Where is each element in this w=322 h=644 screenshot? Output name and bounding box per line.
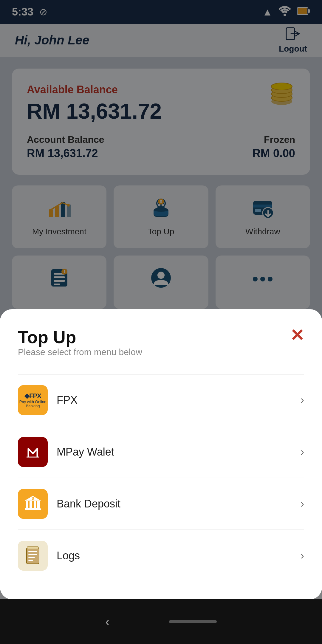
- modal-header: Top Up Please select from menu below ✕: [18, 327, 304, 369]
- close-icon: ✕: [290, 326, 304, 345]
- bank-arrow-icon: ›: [301, 498, 304, 510]
- fpx-arrow-icon: ›: [301, 394, 304, 406]
- svg-rect-49: [34, 501, 36, 508]
- svg-rect-44: [22, 442, 43, 462]
- mpay-icon: [18, 437, 48, 467]
- mpay-label: MPay Walet: [57, 446, 292, 458]
- mpay-menu-item[interactable]: MPay Walet ›: [18, 426, 304, 478]
- svg-rect-57: [28, 554, 37, 555]
- svg-rect-50: [37, 501, 40, 508]
- logs-label: Logs: [57, 549, 292, 562]
- topup-modal: Top Up Please select from menu below ✕ ◆…: [0, 309, 322, 599]
- fpx-label: FPX: [57, 394, 292, 406]
- svg-rect-56: [28, 551, 37, 552]
- mpay-arrow-icon: ›: [301, 446, 304, 458]
- fpx-icon: ◆FPX Pay with Online Banking: [18, 385, 48, 415]
- fpx-menu-item[interactable]: ◆FPX Pay with Online Banking FPX ›: [18, 374, 304, 426]
- home-indicator[interactable]: [169, 620, 217, 623]
- phone-bottom-bar: ‹: [0, 599, 322, 644]
- bank-label: Bank Deposit: [57, 498, 292, 510]
- svg-rect-59: [28, 560, 33, 561]
- svg-rect-47: [26, 501, 28, 508]
- logs-icon: [18, 541, 48, 571]
- svg-rect-54: [27, 548, 39, 564]
- svg-rect-48: [30, 501, 32, 508]
- bank-icon: $: [18, 489, 48, 519]
- svg-text:$: $: [32, 496, 34, 501]
- back-button[interactable]: ‹: [105, 615, 109, 628]
- svg-rect-60: [27, 547, 38, 549]
- modal-title: Top Up: [18, 327, 142, 347]
- svg-rect-58: [28, 557, 35, 558]
- modal-subtitle: Please select from menu below: [18, 347, 142, 357]
- logs-menu-item[interactable]: Logs ›: [18, 530, 304, 581]
- logs-arrow-icon: ›: [301, 549, 304, 562]
- modal-close-button[interactable]: ✕: [290, 327, 304, 344]
- bank-menu-item[interactable]: $ Bank Deposit ›: [18, 478, 304, 530]
- svg-rect-51: [25, 508, 41, 510]
